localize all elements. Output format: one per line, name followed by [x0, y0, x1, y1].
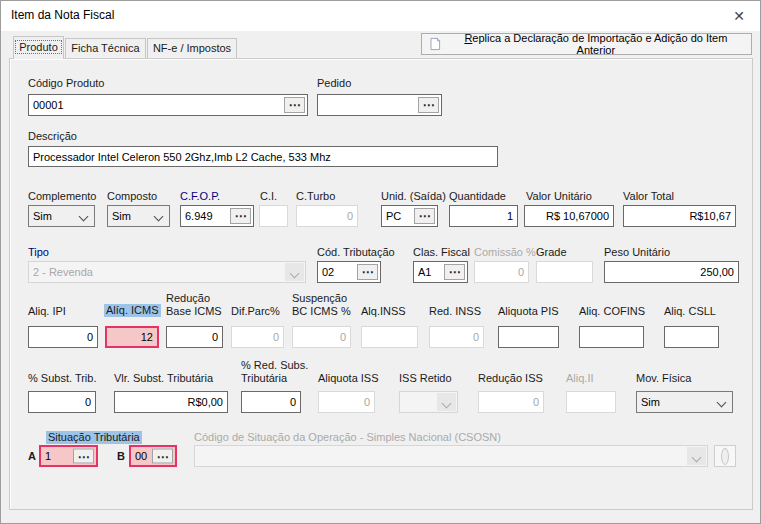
reducao-base-icms-value: 0	[212, 331, 218, 343]
tipo-label: Tipo	[28, 246, 49, 259]
vlr-subst-tributaria-label: Vlr. Subst. Tributária	[114, 372, 213, 385]
tipo-select: 2 - Revenda	[28, 261, 306, 283]
mov-fisica-select[interactable]: Sim	[636, 391, 733, 413]
ellipsis-icon: ⋯	[362, 267, 374, 277]
replica-declaracao-button[interactable]: Replica a Declaração de Importação e Adi…	[421, 33, 752, 55]
situacao-tributaria-b-field[interactable]: 00 ⋯	[129, 445, 177, 467]
situacao-tributaria-a-value: 1	[45, 450, 51, 462]
aliquota-iss-value: 0	[364, 396, 370, 408]
chevron-box	[437, 393, 456, 411]
iss-retido-label: ISS Retido	[399, 372, 452, 385]
clas-fiscal-lookup-button[interactable]: ⋯	[444, 264, 465, 280]
clas-fiscal-field[interactable]: A1 ⋯	[413, 261, 468, 283]
pct-subst-trib-label: % Subst. Trib.	[28, 372, 96, 385]
grade-field[interactable]	[536, 261, 593, 283]
aliq-icms-field[interactable]: 12	[105, 326, 159, 348]
c-turbo-label: C.Turbo	[296, 190, 335, 203]
aliquota-pis-label: Aliquota PIS	[498, 305, 559, 318]
cfop-field[interactable]: 6.949 ⋯	[180, 205, 254, 227]
pct-red-subs-tributaria-label: % Red. Subs. Tributária	[241, 359, 308, 385]
complemento-value: Sim	[33, 210, 52, 222]
valor-total-label: Valor Total	[623, 190, 674, 203]
reducao-iss-value: 0	[533, 396, 539, 408]
descricao-value: Processador Intel Celeron 550 2Ghz,Imb L…	[33, 151, 331, 163]
chevron-down-icon	[442, 399, 452, 409]
valor-unitario-field[interactable]: R$ 10,67000	[524, 205, 614, 227]
mov-fisica-value: Sim	[641, 396, 660, 408]
item-nota-fiscal-dialog: Item da Nota Fiscal ✕ Produto Ficha Técn…	[0, 0, 761, 524]
chevron-box	[687, 447, 706, 465]
alq-inss-field	[361, 326, 418, 348]
aliq-icms-value: 12	[141, 331, 153, 343]
unid-saida-lookup-button[interactable]: ⋯	[414, 208, 435, 224]
valor-unitario-label: Valor Unitário	[526, 190, 592, 203]
quantidade-label: Quantidade	[449, 190, 506, 203]
aliq-csll-field[interactable]	[664, 326, 719, 348]
close-button[interactable]: ✕	[718, 1, 760, 31]
chevron-down-icon	[692, 453, 702, 463]
aliq-cofins-field[interactable]	[579, 326, 644, 348]
aliquota-pis-field[interactable]	[498, 326, 559, 348]
reducao-base-icms-field[interactable]: 0	[166, 326, 223, 348]
pedido-lookup-button[interactable]: ⋯	[418, 97, 439, 113]
vlr-subst-tributaria-value: R$0,00	[188, 396, 223, 408]
tab-produto[interactable]: Produto	[13, 36, 64, 59]
situacao-tributaria-b-label: B	[117, 450, 125, 463]
pedido-field[interactable]: ⋯	[317, 94, 442, 116]
comissao-label: Comissão %	[474, 246, 536, 259]
cfop-label: C.F.O.P.	[180, 190, 220, 203]
mov-fisica-label: Mov. Física	[636, 372, 691, 385]
codigo-produto-lookup-button[interactable]: ⋯	[284, 97, 305, 113]
red-inss-label: Red. INSS	[429, 305, 481, 318]
status-circle-button[interactable]	[714, 445, 736, 467]
unid-saida-field[interactable]: PC ⋯	[381, 205, 438, 227]
csosn-label: Código de Situação da Operação - Simples…	[194, 431, 501, 444]
suspencao-bc-icms-label: Suspenção BC ICMS %	[292, 292, 351, 318]
chevron-down-icon	[79, 212, 89, 222]
aliq-cofins-label: Aliq. COFINS	[579, 305, 645, 318]
pct-subst-trib-field[interactable]: 0	[28, 391, 96, 413]
dif-parc-label: Dif.Parc%	[231, 305, 280, 318]
vlr-subst-tributaria-field[interactable]: R$0,00	[114, 391, 228, 413]
situacao-tributaria-a-label: A	[28, 450, 36, 463]
cfop-value: 6.949	[185, 210, 213, 222]
title-bar: Item da Nota Fiscal ✕	[1, 1, 760, 31]
peso-unitario-field[interactable]: 250,00	[604, 261, 739, 283]
pct-red-subs-tributaria-field[interactable]: 0	[241, 391, 301, 413]
aliq-ipi-field[interactable]: 0	[28, 326, 98, 348]
tipo-value: 2 - Revenda	[33, 266, 93, 278]
red-inss-field: 0	[429, 326, 484, 348]
situacao-tributaria-a-field[interactable]: 1 ⋯	[39, 445, 98, 467]
situacao-tributaria-a-lookup-button[interactable]: ⋯	[73, 449, 94, 464]
cod-tributacao-label: Cód. Tributação	[317, 246, 395, 259]
pedido-label: Pedido	[317, 77, 351, 90]
aliq-csll-label: Aliq. CSLL	[664, 305, 716, 318]
codigo-produto-field[interactable]: 00001 ⋯	[28, 94, 308, 116]
complemento-label: Complemento	[28, 190, 96, 203]
situacao-tributaria-b-value: 00	[135, 450, 147, 462]
dif-parc-value: 0	[273, 331, 279, 343]
tab-ficha-tecnica[interactable]: Ficha Técnica	[65, 38, 146, 58]
cod-tributacao-field[interactable]: 02 ⋯	[317, 261, 381, 283]
complemento-select[interactable]: Sim	[28, 205, 95, 227]
valor-total-field[interactable]: R$10,67	[623, 205, 736, 227]
clas-fiscal-value: A1	[418, 266, 431, 278]
reducao-iss-field: 0	[478, 391, 544, 413]
grade-label: Grade	[536, 246, 567, 259]
situacao-tributaria-label: Situação Tributária	[46, 431, 142, 444]
chevron-down-icon	[290, 269, 300, 279]
quantidade-field[interactable]: 1	[449, 205, 518, 227]
replica-declaracao-label: Replica a Declaração de Importação e Adi…	[447, 32, 745, 56]
aliq-ipi-value: 0	[87, 331, 93, 343]
tab-nfe-impostos[interactable]: NF-e / Impostos	[147, 38, 237, 58]
composto-select[interactable]: Sim	[107, 205, 170, 227]
chevron-down-icon	[154, 212, 164, 222]
aliq-ii-label: Aliq.II	[566, 372, 594, 385]
descricao-field[interactable]: Processador Intel Celeron 550 2Ghz,Imb L…	[28, 146, 498, 167]
situacao-tributaria-b-lookup-button[interactable]: ⋯	[152, 449, 173, 464]
pct-red-subs-tributaria-value: 0	[290, 396, 296, 408]
chevron-box	[285, 263, 304, 281]
cod-tributacao-lookup-button[interactable]: ⋯	[357, 264, 378, 280]
cfop-lookup-button[interactable]: ⋯	[230, 208, 251, 224]
tab-nfe-impostos-label: NF-e / Impostos	[153, 42, 231, 54]
